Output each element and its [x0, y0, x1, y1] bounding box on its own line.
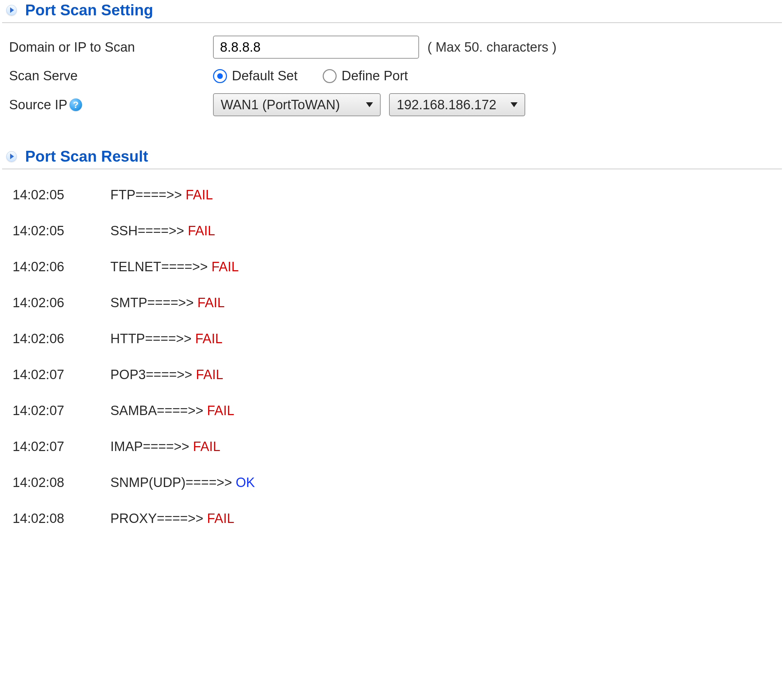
result-service: POP3====>> [110, 367, 196, 382]
row-domain: Domain or IP to Scan ( Max 50. character… [2, 31, 782, 64]
result-status: FAIL [196, 367, 223, 382]
result-service: FTP====>> [110, 187, 185, 202]
result-status: FAIL [193, 439, 221, 454]
result-status: OK [236, 475, 255, 490]
result-line: 14:02:07IMAP====>> FAIL [2, 429, 782, 465]
source-ip-value: 192.168.186.172 [397, 97, 496, 112]
result-status: FAIL [195, 331, 222, 346]
result-status: FAIL [207, 403, 234, 418]
source-interface-value: WAN1 (PortToWAN) [221, 97, 340, 112]
domain-label: Domain or IP to Scan [9, 40, 135, 55]
result-line: 14:02:06HTTP====>> FAIL [2, 321, 782, 357]
radio-default-set-icon [213, 69, 227, 83]
result-line: 14:02:06SMTP====>> FAIL [2, 285, 782, 321]
collapse-toggle-icon[interactable] [6, 151, 17, 162]
result-timestamp: 14:02:06 [13, 295, 110, 310]
result-timestamp: 14:02:06 [13, 331, 110, 346]
result-timestamp: 14:02:05 [13, 187, 110, 202]
help-icon[interactable]: ? [69, 99, 82, 111]
collapse-toggle-icon[interactable] [6, 5, 17, 15]
result-line: 14:02:06TELNET====>> FAIL [2, 249, 782, 285]
source-ip-label: Source IP [9, 97, 68, 112]
result-line: 14:02:08PROXY====>> FAIL [2, 501, 782, 536]
result-status: FAIL [188, 224, 215, 238]
result-timestamp: 14:02:06 [13, 259, 110, 275]
result-line: 14:02:07SAMBA====>> FAIL [2, 393, 782, 429]
result-service: IMAP====>> [110, 439, 193, 454]
settings-title: Port Scan Setting [25, 2, 153, 19]
result-service: SMTP====>> [110, 295, 197, 310]
result-line: 14:02:05SSH====>> FAIL [2, 213, 782, 249]
result-timestamp: 14:02:08 [13, 475, 110, 490]
result-timestamp: 14:02:05 [13, 224, 110, 238]
domain-hint: ( Max 50. characters ) [427, 40, 557, 55]
radio-define-port[interactable]: Define Port [323, 68, 408, 84]
result-timestamp: 14:02:07 [13, 403, 110, 418]
settings-panel: Domain or IP to Scan ( Max 50. character… [2, 22, 782, 125]
source-ip-select[interactable]: 192.168.186.172 [389, 93, 525, 116]
result-status: FAIL [207, 511, 234, 526]
result-line: 14:02:07POP3====>> FAIL [2, 357, 782, 393]
radio-define-port-label: Define Port [341, 68, 408, 84]
result-service: SNMP(UDP)====>> [110, 475, 236, 490]
results-panel: 14:02:05FTP====>> FAIL14:02:05SSH====>> … [2, 169, 782, 536]
row-scan-serve: Scan Serve Default Set Define Port [2, 64, 782, 88]
result-service: HTTP====>> [110, 331, 195, 346]
results-section-header: Port Scan Result [0, 146, 784, 169]
result-status: FAIL [185, 187, 212, 202]
radio-default-set-label: Default Set [232, 68, 298, 84]
result-timestamp: 14:02:07 [13, 439, 110, 454]
scan-serve-label: Scan Serve [9, 68, 77, 84]
row-source-ip: Source IP ? WAN1 (PortToWAN) 192.168.186… [2, 88, 782, 121]
chevron-down-icon [366, 102, 373, 107]
radio-default-set[interactable]: Default Set [213, 68, 298, 84]
result-service: SAMBA====>> [110, 403, 207, 418]
result-service: SSH====>> [110, 224, 188, 238]
result-timestamp: 14:02:08 [13, 511, 110, 526]
result-status: FAIL [197, 295, 224, 310]
settings-section-header: Port Scan Setting [0, 0, 784, 22]
result-timestamp: 14:02:07 [13, 367, 110, 382]
result-service: TELNET====>> [110, 259, 211, 275]
result-status: FAIL [211, 259, 239, 275]
result-service: PROXY====>> [110, 511, 207, 526]
result-line: 14:02:05FTP====>> FAIL [2, 177, 782, 213]
results-title: Port Scan Result [25, 148, 148, 165]
chevron-down-icon [511, 102, 517, 107]
result-line: 14:02:08SNMP(UDP)====>> OK [2, 465, 782, 501]
source-interface-select[interactable]: WAN1 (PortToWAN) [213, 93, 380, 116]
domain-input[interactable] [213, 36, 419, 59]
radio-define-port-icon [323, 69, 337, 83]
